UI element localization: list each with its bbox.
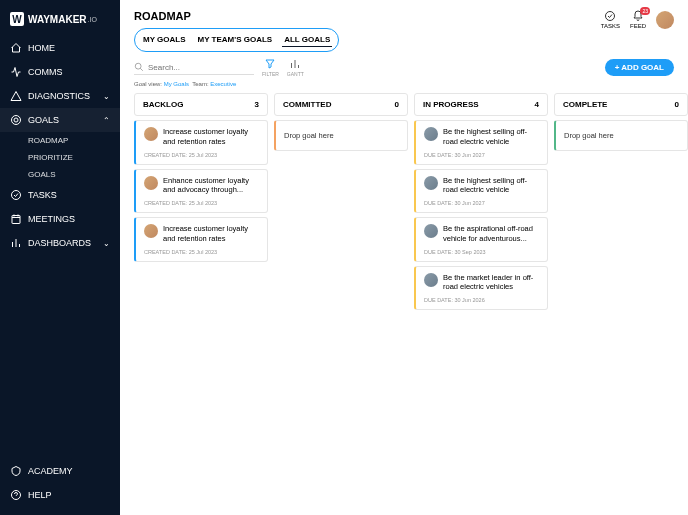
tab-all-goals[interactable]: ALL GOALS [282, 33, 332, 47]
brand-suffix: .IO [88, 16, 97, 23]
feed-badge: 23 [640, 7, 650, 15]
col-title: COMPLETE [563, 100, 607, 109]
col-count: 0 [675, 100, 679, 109]
svg-point-5 [606, 12, 615, 21]
nav-meetings-label: MEETINGS [28, 214, 75, 224]
column-header: BACKLOG 3 [134, 93, 268, 116]
avatar [144, 127, 158, 141]
avatar [424, 224, 438, 238]
calendar-icon [10, 213, 22, 225]
filter-label: FILTER [262, 71, 279, 77]
nav-dashboards[interactable]: DASHBOARDS ⌄ [0, 231, 120, 255]
nav-goals[interactable]: GOALS ⌃ [0, 108, 120, 132]
column-backlog: BACKLOG 3 Increase customer loyalty and … [134, 93, 268, 515]
col-count: 3 [255, 100, 259, 109]
warning-icon [10, 90, 22, 102]
header-feed-label: FEED [630, 23, 646, 29]
subnav-goals[interactable]: GOALS [0, 166, 120, 183]
nav-help[interactable]: HELP [0, 483, 120, 507]
sidebar: W WAYMAKER.IO HOME COMMS DIAGNOSTICS ⌄ G… [0, 0, 120, 515]
search-input[interactable] [148, 63, 254, 72]
add-goal-button[interactable]: + ADD GOAL [605, 59, 674, 76]
avatar [424, 127, 438, 141]
subnav-prioritize[interactable]: PRIORITIZE [0, 149, 120, 166]
nav-help-label: HELP [28, 490, 52, 500]
nav-diagnostics-label: DIAGNOSTICS [28, 91, 90, 101]
team-link[interactable]: Executive [210, 81, 236, 87]
nav-meetings[interactable]: MEETINGS [0, 207, 120, 231]
chevron-down-icon: ⌄ [103, 239, 110, 248]
chevron-up-icon: ⌃ [103, 116, 110, 125]
subnav-roadmap[interactable]: ROADMAP [0, 132, 120, 149]
col-title: IN PROGRESS [423, 100, 479, 109]
search-box[interactable] [134, 60, 254, 75]
goal-card[interactable]: Enhance customer loyalty and advocacy th… [134, 169, 268, 214]
column-complete: COMPLETE 0 Drop goal here [554, 93, 688, 515]
filter-icon [264, 58, 276, 70]
drop-zone[interactable]: Drop goal here [274, 120, 408, 151]
goal-card[interactable]: Be the highest selling off-road electric… [414, 169, 548, 214]
home-icon [10, 42, 22, 54]
nav-home[interactable]: HOME [0, 36, 120, 60]
col-count: 0 [395, 100, 399, 109]
avatar [144, 224, 158, 238]
card-title: Be the market leader in off-road electri… [443, 273, 539, 293]
logo: W WAYMAKER.IO [0, 8, 120, 36]
target-icon [10, 114, 22, 126]
svg-rect-3 [12, 216, 20, 224]
tab-my-goals[interactable]: MY GOALS [141, 33, 188, 47]
svg-point-1 [14, 118, 18, 122]
nav-tasks[interactable]: TASKS [0, 183, 120, 207]
nav-academy-label: ACADEMY [28, 466, 73, 476]
card-meta: CREATED DATE: 25 Jul 2023 [144, 152, 259, 158]
logo-mark: W [10, 12, 24, 26]
goalview-label: Goal view: [134, 81, 162, 87]
card-title: Be the highest selling off-road electric… [443, 176, 539, 196]
nav-goals-label: GOALS [28, 115, 59, 125]
avatar [144, 176, 158, 190]
gantt-icon [289, 58, 301, 70]
col-title: BACKLOG [143, 100, 183, 109]
activity-icon [10, 66, 22, 78]
card-title: Be the highest selling off-road electric… [443, 127, 539, 147]
header-tasks-button[interactable]: TASKS [601, 10, 620, 29]
team-label: Team: [192, 81, 208, 87]
chart-icon [10, 237, 22, 249]
header-feed-button[interactable]: 23 FEED [630, 10, 646, 29]
filter-button[interactable]: FILTER [262, 58, 279, 77]
goal-card[interactable]: Be the highest selling off-road electric… [414, 120, 548, 165]
goal-card[interactable]: Be the aspirational off-road vehicle for… [414, 217, 548, 262]
svg-point-6 [135, 63, 141, 69]
svg-point-2 [12, 191, 21, 200]
kanban-board: BACKLOG 3 Increase customer loyalty and … [120, 93, 688, 515]
check-circle-icon [10, 189, 22, 201]
column-committed: COMMITTED 0 Drop goal here [274, 93, 408, 515]
nav-academy[interactable]: ACADEMY [0, 459, 120, 483]
shield-icon [10, 465, 22, 477]
col-title: COMMITTED [283, 100, 331, 109]
goal-card[interactable]: Be the market leader in off-road electri… [414, 266, 548, 311]
goal-card[interactable]: Increase customer loyalty and retention … [134, 217, 268, 262]
gantt-label: GANTT [287, 71, 304, 77]
goalview-link[interactable]: My Goals [164, 81, 189, 87]
card-meta: CREATED DATE: 25 Jul 2023 [144, 249, 259, 255]
col-count: 4 [535, 100, 539, 109]
nav-diagnostics[interactable]: DIAGNOSTICS ⌄ [0, 84, 120, 108]
card-title: Increase customer loyalty and retention … [163, 224, 259, 244]
card-meta: DUE DATE: 30 Jun 2027 [424, 152, 539, 158]
gantt-button[interactable]: GANTT [287, 58, 304, 77]
card-title: Enhance customer loyalty and advocacy th… [163, 176, 259, 196]
avatar [424, 273, 438, 287]
card-title: Be the aspirational off-road vehicle for… [443, 224, 539, 244]
card-meta: DUE DATE: 30 Jun 2027 [424, 200, 539, 206]
goal-card[interactable]: Increase customer loyalty and retention … [134, 120, 268, 165]
card-meta: DUE DATE: 30 Jun 2026 [424, 297, 539, 303]
user-avatar[interactable] [656, 11, 674, 29]
help-icon [10, 489, 22, 501]
svg-point-0 [12, 116, 21, 125]
drop-zone[interactable]: Drop goal here [554, 120, 688, 151]
tab-team-goals[interactable]: MY TEAM'S GOALS [196, 33, 275, 47]
search-icon [134, 62, 144, 72]
nav-comms[interactable]: COMMS [0, 60, 120, 84]
nav-dashboards-label: DASHBOARDS [28, 238, 91, 248]
